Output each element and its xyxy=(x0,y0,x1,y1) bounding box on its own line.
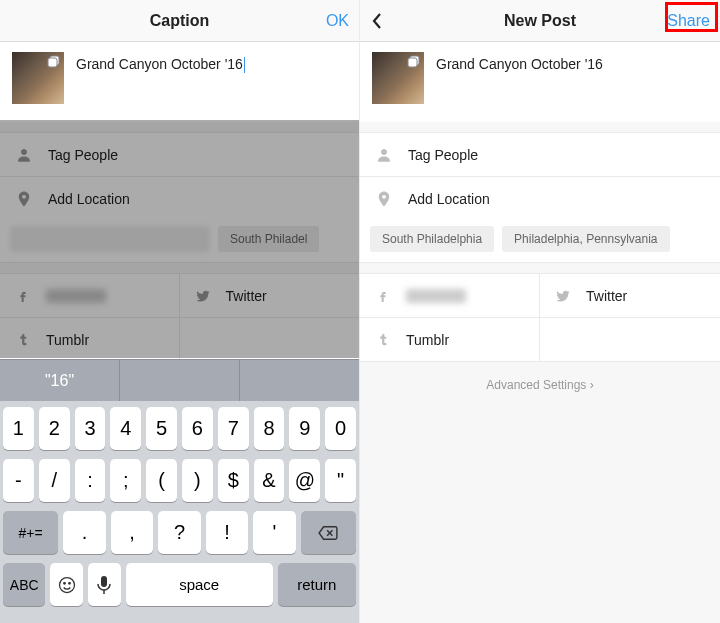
location-pin-icon xyxy=(14,189,34,209)
keyboard: 1 2 3 4 5 6 7 8 9 0 - / : ; ( ) $ & @ " … xyxy=(0,401,359,623)
key-emoji[interactable] xyxy=(50,563,83,606)
svg-rect-8 xyxy=(408,58,417,67)
chevron-right-icon: › xyxy=(586,378,593,392)
key-abc[interactable]: ABC xyxy=(3,563,45,606)
location-pin-icon xyxy=(374,189,394,209)
keyboard-suggestion-bar: "16" xyxy=(0,359,359,401)
key-exclaim[interactable]: ! xyxy=(206,511,249,554)
location-chip[interactable]: Philadelphia, Pennsylvania xyxy=(502,226,669,252)
facebook-icon xyxy=(374,287,392,305)
key-symbol-switch[interactable]: #+= xyxy=(3,511,58,554)
key-3[interactable]: 3 xyxy=(75,407,106,450)
key-question[interactable]: ? xyxy=(158,511,201,554)
key-colon[interactable]: : xyxy=(75,459,106,502)
person-tag-icon xyxy=(374,145,394,165)
twitter-share[interactable]: Twitter xyxy=(180,274,360,318)
header-title: Caption xyxy=(150,12,210,30)
add-location-row[interactable]: Add Location xyxy=(360,176,720,220)
caption-text[interactable]: Grand Canyon October '16 xyxy=(436,52,603,72)
key-dash[interactable]: - xyxy=(3,459,34,502)
key-at[interactable]: @ xyxy=(289,459,320,502)
multi-photo-icon xyxy=(47,55,61,69)
key-6[interactable]: 6 xyxy=(182,407,213,450)
share-empty xyxy=(180,318,360,362)
twitter-icon xyxy=(554,287,572,305)
text-cursor xyxy=(244,57,246,73)
facebook-icon xyxy=(14,287,32,305)
key-4[interactable]: 4 xyxy=(110,407,141,450)
add-location-label: Add Location xyxy=(408,191,490,207)
suggestion-empty-2[interactable] xyxy=(240,360,359,401)
post-thumbnail[interactable] xyxy=(12,52,64,104)
key-period[interactable]: . xyxy=(63,511,106,554)
suggestion-empty-1[interactable] xyxy=(120,360,240,401)
key-1[interactable]: 1 xyxy=(3,407,34,450)
key-7[interactable]: 7 xyxy=(218,407,249,450)
share-highlight-box: Share xyxy=(665,2,718,32)
key-quote[interactable]: " xyxy=(325,459,356,502)
key-dictation[interactable] xyxy=(88,563,121,606)
share-empty xyxy=(540,318,720,362)
location-chip[interactable]: South Philadel xyxy=(218,226,319,252)
location-chip-blurred[interactable] xyxy=(10,226,210,252)
svg-point-4 xyxy=(68,582,70,584)
tumblr-label: Tumblr xyxy=(46,332,89,348)
key-rparen[interactable]: ) xyxy=(182,459,213,502)
location-suggestions: South Philadelphia Philadelphia, Pennsyl… xyxy=(360,220,720,263)
key-lparen[interactable]: ( xyxy=(146,459,177,502)
new-post-screen: New Post Share Share Grand Canyon Octobe… xyxy=(360,0,720,623)
tag-people-row[interactable]: Tag People xyxy=(360,132,720,176)
key-8[interactable]: 8 xyxy=(254,407,285,450)
key-dollar[interactable]: $ xyxy=(218,459,249,502)
twitter-label: Twitter xyxy=(586,288,627,304)
header-title: New Post xyxy=(504,12,576,30)
caption-input-row[interactable]: Grand Canyon October '16 xyxy=(360,42,720,122)
person-tag-icon xyxy=(14,145,34,165)
key-semicolon[interactable]: ; xyxy=(110,459,141,502)
facebook-share[interactable] xyxy=(360,274,540,318)
svg-rect-5 xyxy=(101,576,107,587)
svg-point-2 xyxy=(59,577,74,592)
options-section: Tag People Add Location South Philadel xyxy=(0,132,359,263)
tumblr-share[interactable]: Tumblr xyxy=(360,318,540,362)
location-chip[interactable]: South Philadelphia xyxy=(370,226,494,252)
post-thumbnail[interactable] xyxy=(372,52,424,104)
key-9[interactable]: 9 xyxy=(289,407,320,450)
twitter-icon xyxy=(194,287,212,305)
tumblr-label: Tumblr xyxy=(406,332,449,348)
tag-people-row[interactable]: Tag People xyxy=(0,132,359,176)
caption-screen: Caption OK Grand Canyon October '16 Tag … xyxy=(0,0,360,623)
add-location-row[interactable]: Add Location xyxy=(0,176,359,220)
twitter-share[interactable]: Twitter xyxy=(540,274,720,318)
caption-header: Caption OK xyxy=(0,0,359,42)
key-2[interactable]: 2 xyxy=(39,407,70,450)
tumblr-share[interactable]: Tumblr xyxy=(0,318,180,362)
key-amp[interactable]: & xyxy=(254,459,285,502)
new-post-header: New Post Share Share xyxy=(360,0,720,42)
key-0[interactable]: 0 xyxy=(325,407,356,450)
key-apostrophe[interactable]: ' xyxy=(253,511,296,554)
caption-text[interactable]: Grand Canyon October '16 xyxy=(76,52,245,73)
ok-button[interactable]: OK xyxy=(326,0,349,42)
suggestion[interactable]: "16" xyxy=(0,360,120,401)
tag-people-label: Tag People xyxy=(408,147,478,163)
key-5[interactable]: 5 xyxy=(146,407,177,450)
facebook-share[interactable] xyxy=(0,274,180,318)
location-suggestions: South Philadel xyxy=(0,220,359,263)
advanced-settings-link[interactable]: Advanced Settings › xyxy=(360,362,720,408)
tumblr-icon xyxy=(14,331,32,349)
add-location-label: Add Location xyxy=(48,191,130,207)
key-slash[interactable]: / xyxy=(39,459,70,502)
key-return[interactable]: return xyxy=(278,563,356,606)
multi-photo-icon xyxy=(407,55,421,69)
facebook-account-name xyxy=(406,289,466,303)
share-targets: Twitter Tumblr xyxy=(0,273,359,362)
svg-point-3 xyxy=(63,582,65,584)
key-comma[interactable]: , xyxy=(111,511,154,554)
key-space[interactable]: space xyxy=(126,563,273,606)
caption-input-row[interactable]: Grand Canyon October '16 xyxy=(0,42,359,122)
tumblr-icon xyxy=(374,331,392,349)
key-backspace[interactable] xyxy=(301,511,356,554)
back-button[interactable] xyxy=(370,0,384,42)
twitter-label: Twitter xyxy=(226,288,267,304)
